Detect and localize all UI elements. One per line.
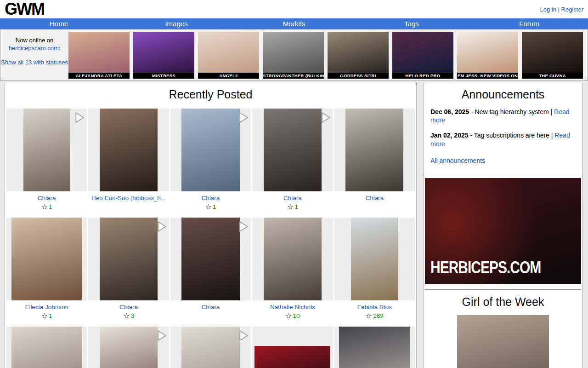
star-count: 1 <box>49 203 52 210</box>
photo-placeholder <box>100 327 158 368</box>
model-name-link[interactable]: Heo Eun-Soo (hipboss_h... <box>88 195 169 201</box>
announcement-text: New tag hierarchy system <box>475 108 549 115</box>
image-card: Chiara <box>334 109 415 211</box>
announcements-title: Announcements <box>424 88 582 101</box>
play-icon[interactable] <box>238 329 249 342</box>
recently-posted-title: Recently Posted <box>5 88 416 101</box>
photo-placeholder <box>100 109 158 191</box>
play-icon[interactable] <box>156 220 168 233</box>
star-rating: ☆10 <box>252 311 333 320</box>
star-rating: ☆169 <box>334 311 415 320</box>
photo-placeholder <box>345 109 403 191</box>
image-thumbnail[interactable] <box>88 109 169 191</box>
photo-placeholder <box>11 327 82 368</box>
photo-placeholder <box>181 327 239 368</box>
cam-card[interactable]: ANGEL2 <box>198 32 259 80</box>
cam-thumbnail <box>457 32 518 73</box>
announcements-list: Dec 06, 2025 - New tag hierarchy system … <box>424 108 582 148</box>
image-thumbnail[interactable] <box>170 109 251 191</box>
star-icon: ☆ <box>285 312 292 320</box>
image-thumbnail[interactable] <box>88 218 169 300</box>
star-icon: ☆ <box>41 203 48 211</box>
play-icon[interactable] <box>320 111 332 124</box>
image-thumbnail[interactable] <box>6 109 87 191</box>
play-icon[interactable] <box>74 111 85 124</box>
image-card: Chiara ☆1 <box>252 109 333 211</box>
auth-links: Log in | Register <box>540 6 583 13</box>
model-name-link[interactable]: Chiara <box>170 304 251 310</box>
image-thumbnail[interactable] <box>334 327 415 368</box>
announcement-text: Tag subscriptions are here <box>474 132 549 139</box>
auth-separator: | <box>558 6 560 13</box>
star-icon: ☆ <box>366 312 372 320</box>
image-card <box>170 327 251 368</box>
girl-of-week-image[interactable] <box>457 315 549 368</box>
cam-card[interactable]: THE GUVNA <box>522 32 583 80</box>
cam-card[interactable]: HELO RED PRO <box>392 32 453 80</box>
image-card <box>334 327 415 368</box>
cam-card[interactable]: MISTRESS <box>133 32 194 80</box>
site-logo[interactable]: GWM <box>5 2 44 17</box>
herbiceps-banner-ad[interactable]: HERBICEPS.COM <box>425 178 581 284</box>
nav-forum[interactable]: Forum <box>470 18 588 29</box>
image-thumbnail[interactable] <box>252 327 333 368</box>
main-nav: Home Images Models Tags Forum <box>0 18 588 29</box>
herbicepscam-link[interactable]: herbicepscam.com <box>9 45 59 52</box>
announcement-item: Jan 02, 2025 - Tag subscriptions are her… <box>430 131 576 148</box>
model-name-link[interactable]: Chiara <box>88 304 169 310</box>
cam-model-name: EM JESS- NEW VIDEOS ON <box>457 73 518 79</box>
image-thumbnail[interactable] <box>6 218 87 300</box>
image-thumbnail[interactable] <box>252 218 333 300</box>
sidebar: Announcements Dec 06, 2025 - New tag hie… <box>424 82 582 368</box>
model-name-link[interactable]: Chiara <box>170 195 251 201</box>
cam-thumbnail <box>392 32 453 73</box>
image-thumbnail[interactable] <box>88 327 169 368</box>
image-thumbnail[interactable] <box>6 327 87 368</box>
cam-card[interactable]: GODDESS SITRI <box>328 32 389 80</box>
announcement-item: Dec 06, 2025 - New tag hierarchy system … <box>430 108 576 124</box>
announcement-date: Jan 02, 2025 <box>430 132 469 139</box>
cam-thumbnail <box>68 32 130 73</box>
model-name-link[interactable]: Chiara <box>252 195 333 201</box>
all-announcements-link[interactable]: All announcements <box>430 157 485 164</box>
image-card <box>88 327 169 368</box>
play-icon[interactable] <box>238 220 249 233</box>
photo-placeholder <box>264 109 322 191</box>
play-icon[interactable] <box>156 329 168 342</box>
image-card: Chiara <box>170 218 251 320</box>
cam-card[interactable]: STRONGPANTHER (BULKIN <box>263 32 324 80</box>
star-rating: ☆3 <box>88 311 169 320</box>
online-cam-cards: ALEJANDRA ATLETA MISTRESS ANGEL2 STRONGP… <box>68 32 583 80</box>
cam-model-name: THE GUVNA <box>522 73 583 79</box>
image-thumbnail[interactable] <box>334 218 415 300</box>
star-count: 3 <box>131 312 135 319</box>
cam-card[interactable]: EM JESS- NEW VIDEOS ON <box>457 32 518 80</box>
image-thumbnail[interactable] <box>170 327 251 368</box>
nav-images[interactable]: Images <box>118 18 235 29</box>
register-link[interactable]: Register <box>561 6 583 13</box>
play-icon[interactable] <box>238 111 249 124</box>
star-icon: ☆ <box>123 312 130 320</box>
model-name-link[interactable]: Ellecia Johnson <box>6 304 87 310</box>
model-name-link[interactable]: Nathalie Nichols <box>252 304 333 310</box>
show-all-statuses-link[interactable]: Show all 13 with statuses <box>1 59 68 67</box>
cam-card[interactable]: ALEJANDRA ATLETA <box>68 32 130 80</box>
nav-tags[interactable]: Tags <box>353 18 470 29</box>
model-name-link[interactable]: Chiara <box>6 195 87 201</box>
model-name-link[interactable]: Chiara <box>334 195 415 201</box>
cam-model-name: GODDESS SITRI <box>328 73 389 79</box>
image-card: Chiara ☆3 <box>88 218 169 320</box>
image-thumbnail[interactable] <box>252 109 333 191</box>
recently-posted-panel: Recently Posted Chiara ☆1 Heo Eun-Soo (h… <box>5 82 417 368</box>
photo-placeholder <box>100 218 158 300</box>
image-thumbnail[interactable] <box>334 109 415 191</box>
login-link[interactable]: Log in <box>540 6 556 13</box>
divider <box>425 176 581 176</box>
image-thumbnail[interactable] <box>170 218 251 300</box>
site-header: GWM Log in | Register <box>0 0 588 18</box>
nav-home[interactable]: Home <box>0 18 118 29</box>
nav-models[interactable]: Models <box>235 18 353 29</box>
star-icon: ☆ <box>41 312 48 320</box>
model-name-link[interactable]: Fabiola Rios <box>334 304 415 310</box>
online-now-info: Now online on herbicepscam.com: Show all… <box>0 31 68 80</box>
